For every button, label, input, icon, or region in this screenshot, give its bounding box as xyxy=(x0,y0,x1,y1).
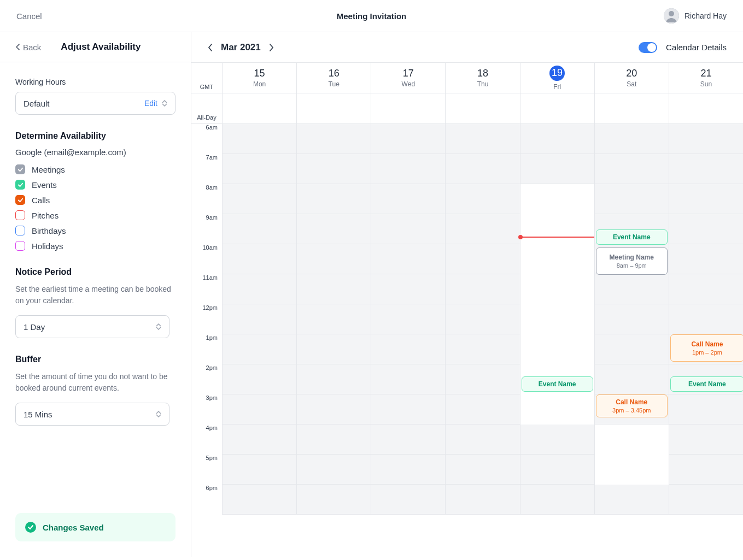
allday-cell[interactable] xyxy=(594,93,669,123)
allday-cell[interactable] xyxy=(669,93,743,123)
day-header[interactable]: 21Sun xyxy=(669,63,743,93)
calendar-label: Birthdays xyxy=(32,226,66,235)
avatar xyxy=(664,8,679,23)
prev-month-button[interactable] xyxy=(208,44,212,51)
day-header[interactable]: 18Thu xyxy=(445,63,519,93)
allday-cell[interactable] xyxy=(520,93,594,123)
calendar-toggle-birthdays[interactable]: Birthdays xyxy=(15,226,175,235)
event-block[interactable]: Event Name xyxy=(596,229,668,245)
day-column[interactable] xyxy=(445,124,519,515)
checkbox-icon xyxy=(15,226,25,235)
hour-label: 11am xyxy=(191,274,222,304)
hour-label: 2pm xyxy=(191,364,222,394)
notice-heading: Notice Period xyxy=(15,267,175,277)
user-menu[interactable]: Richard Hay xyxy=(664,8,727,23)
hour-label: 8am xyxy=(191,184,222,214)
buffer-help: Set the amount of time you do not want t… xyxy=(15,371,175,394)
calendar-label: Calls xyxy=(32,196,50,205)
main-content: Mar 2021 Calendar Details GMT 15Mon16Tue… xyxy=(191,32,743,557)
day-header[interactable]: 20Sat xyxy=(594,63,669,93)
month-label: Mar 2021 xyxy=(221,42,261,53)
meeting-block[interactable]: Meeting Name8am – 9pm xyxy=(596,247,668,275)
day-number: 21 xyxy=(700,68,711,79)
timezone-label: GMT xyxy=(191,63,222,93)
check-circle-icon xyxy=(25,522,36,533)
allday-cell[interactable] xyxy=(445,93,519,123)
day-number: 20 xyxy=(626,68,637,79)
availability-block xyxy=(595,425,669,485)
buffer-heading: Buffer xyxy=(15,355,175,364)
buffer-select[interactable]: 15 Mins xyxy=(15,403,169,426)
calendar-toggle-events[interactable]: Events xyxy=(15,180,175,190)
checkbox-icon xyxy=(15,164,25,174)
event-block[interactable]: Event Name xyxy=(522,376,593,392)
page-title: Meeting Invitation xyxy=(337,11,407,21)
calendar-toggle-meetings[interactable]: Meetings xyxy=(15,164,175,174)
calendar-toggle-holidays[interactable]: Holidays xyxy=(15,241,175,251)
allday-cell[interactable] xyxy=(296,93,371,123)
day-column[interactable]: Call Name1pm – 2pmEvent Name xyxy=(669,124,743,515)
hour-label: 10am xyxy=(191,244,222,274)
saved-banner: Changes Saved xyxy=(15,513,175,541)
month-navigator: Mar 2021 xyxy=(208,42,274,53)
calendar-details-toggle[interactable] xyxy=(639,42,657,53)
allday-cell[interactable] xyxy=(222,93,296,123)
day-name: Thu xyxy=(477,80,489,88)
day-header[interactable]: 16Tue xyxy=(296,63,371,93)
working-hours-label: Working Hours xyxy=(15,78,175,86)
day-name: Wed xyxy=(402,80,415,88)
day-column[interactable]: Event Name xyxy=(520,124,594,515)
current-time-indicator xyxy=(520,237,594,238)
sidebar-title: Adjust Availability xyxy=(61,42,141,52)
checkbox-icon xyxy=(15,180,25,190)
hour-label: 12pm xyxy=(191,304,222,334)
hour-label: 7am xyxy=(191,154,222,184)
chevron-left-icon xyxy=(208,44,212,51)
working-hours-select[interactable]: Default Edit xyxy=(15,92,175,115)
day-column[interactable]: Event NameMeeting Name8am – 9pmCall Name… xyxy=(594,124,669,515)
back-button[interactable]: Back xyxy=(15,43,41,52)
hour-label: 9am xyxy=(191,214,222,244)
checkbox-icon xyxy=(15,210,25,220)
day-column[interactable] xyxy=(222,124,296,515)
allday-cell[interactable] xyxy=(371,93,445,123)
stepper-icon xyxy=(156,323,161,330)
chevron-right-icon xyxy=(270,44,274,51)
day-name: Sun xyxy=(700,80,712,88)
calendar-toggle-calls[interactable]: Calls xyxy=(15,195,175,205)
notice-help: Set the earliest time a meeting can be b… xyxy=(15,284,175,306)
day-column[interactable] xyxy=(371,124,445,515)
hour-label: 5pm xyxy=(191,455,222,485)
call-block[interactable]: Call Name3pm – 3.45pm xyxy=(596,394,668,417)
day-number: 18 xyxy=(477,68,488,79)
call-block[interactable]: Call Name1pm – 2pm xyxy=(670,334,743,362)
day-header[interactable]: 19Fri xyxy=(520,63,594,93)
stepper-icon xyxy=(156,411,161,417)
calendar-toggle-pitches[interactable]: Pitches xyxy=(15,210,175,220)
hour-label: 6am xyxy=(191,124,222,154)
day-number: 15 xyxy=(254,68,265,79)
account-label: Google (email@example.com) xyxy=(15,148,175,157)
cancel-button[interactable]: Cancel xyxy=(16,11,42,21)
day-number: 17 xyxy=(403,68,414,79)
availability-heading: Determine Availability xyxy=(15,131,175,141)
calendar-label: Pitches xyxy=(32,211,58,220)
checkbox-icon xyxy=(15,195,25,205)
day-header[interactable]: 17Wed xyxy=(371,63,445,93)
next-month-button[interactable] xyxy=(270,44,274,51)
checkbox-icon xyxy=(15,241,25,251)
stepper-icon xyxy=(162,100,167,107)
calendar-details-label: Calendar Details xyxy=(666,43,727,52)
event-block[interactable]: Event Name xyxy=(670,376,743,392)
notice-period-select[interactable]: 1 Day xyxy=(15,315,169,338)
user-name: Richard Hay xyxy=(685,11,727,20)
day-name: Sat xyxy=(627,80,636,88)
hour-label: 4pm xyxy=(191,425,222,455)
day-header[interactable]: 15Mon xyxy=(222,63,296,93)
sidebar: Back Adjust Availability Working Hours D… xyxy=(0,32,191,557)
calendar-label: Events xyxy=(32,180,57,190)
edit-working-hours-link[interactable]: Edit xyxy=(144,99,157,108)
day-name: Mon xyxy=(253,80,266,88)
day-number: 19 xyxy=(549,66,565,81)
day-column[interactable] xyxy=(296,124,371,515)
